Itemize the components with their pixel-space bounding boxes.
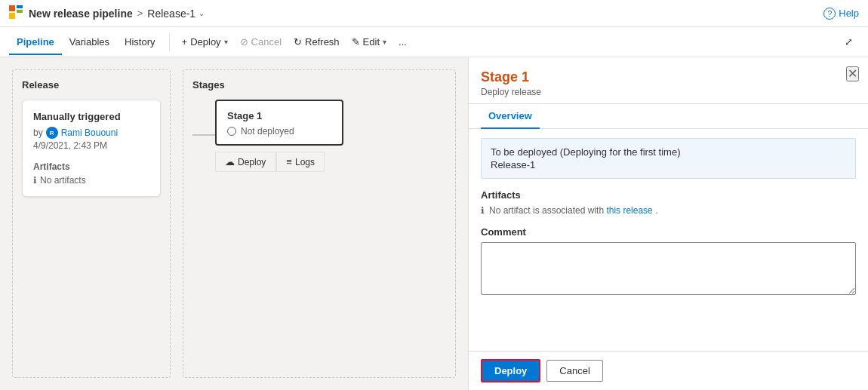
deploy-button[interactable]: + Deploy ▾ — [176, 32, 234, 52]
release-card: Manually triggered by R Rami Bououni 4/9… — [22, 100, 161, 197]
left-panel: Release Manually triggered by R Rami Bou… — [0, 57, 468, 390]
footer-deploy-button[interactable]: Deploy — [481, 359, 540, 382]
right-panel-footer: Deploy Cancel — [469, 351, 868, 390]
tab-pipeline[interactable]: Pipeline — [9, 30, 62, 55]
artifacts-info-icon: ℹ — [481, 205, 485, 216]
top-bar: New release pipeline > Release-1 ⌄ ? Hel… — [0, 0, 868, 27]
release-card-no-artifacts: ℹ No artifacts — [33, 175, 149, 186]
right-panel-body: To be deployed (Deploying for the first … — [469, 129, 868, 351]
release-card-artifacts-label: Artifacts ℹ No artifacts — [33, 161, 149, 186]
deploy-chevron-icon: ▾ — [224, 38, 228, 46]
author-avatar: R — [46, 127, 58, 139]
release-card-author: by R Rami Bououni — [33, 127, 149, 139]
release-section-title: Release — [22, 79, 161, 91]
refresh-button[interactable]: ↻ Refresh — [288, 32, 346, 52]
edit-icon: ✎ — [352, 36, 360, 48]
tab-variables[interactable]: Variables — [62, 30, 117, 55]
edit-button[interactable]: ✎ Edit ▾ — [346, 32, 392, 52]
footer-cancel-button[interactable]: Cancel — [546, 360, 602, 382]
deploy-info-box: To be deployed (Deploying for the first … — [481, 138, 856, 179]
comment-input[interactable] — [481, 242, 856, 295]
stages-section: Stages Stage 1 Not deployed — [183, 69, 456, 378]
svg-rect-3 — [9, 13, 15, 19]
help-icon: ? — [823, 8, 836, 20]
stage-status: Not deployed — [227, 126, 331, 137]
release-section: Release Manually triggered by R Rami Bou… — [12, 69, 171, 378]
stage-logs-button[interactable]: ≡ Logs — [276, 152, 325, 172]
right-panel-header: Stage 1 Deploy release ✕ — [469, 57, 868, 104]
comment-label: Comment — [481, 226, 856, 238]
svg-rect-2 — [17, 10, 23, 13]
app-logo — [9, 5, 23, 21]
expand-button[interactable]: ⤢ — [839, 32, 859, 52]
stage-card: Stage 1 Not deployed — [215, 100, 343, 146]
pipeline-title: New release pipeline — [29, 8, 133, 20]
help-link[interactable]: ? Help — [823, 8, 859, 20]
stages-wrapper: Stage 1 Not deployed ☁ Deploy ≡ — [192, 100, 446, 172]
connector-line — [192, 134, 215, 136]
stage-area: Stage 1 Not deployed ☁ Deploy ≡ — [215, 100, 343, 172]
toolbar: Pipeline Variables History + Deploy ▾ ⊘ … — [0, 27, 868, 57]
release-name[interactable]: Release-1 ⌄ — [147, 8, 205, 20]
deploy-info-sub: Release-1 — [491, 159, 846, 170]
artifacts-release-link[interactable]: this release — [606, 205, 652, 216]
comment-section: Comment — [481, 226, 856, 297]
right-panel-title-group: Stage 1 Deploy release — [481, 69, 541, 97]
stages-section-title: Stages — [192, 79, 446, 91]
connector — [192, 100, 215, 136]
tab-history[interactable]: History — [117, 30, 162, 55]
more-button[interactable]: ... — [392, 32, 413, 52]
info-icon: ℹ — [33, 175, 37, 186]
close-button[interactable]: ✕ — [846, 66, 859, 81]
cancel-icon: ⊘ — [240, 36, 248, 48]
plus-icon: + — [182, 36, 188, 48]
svg-rect-1 — [17, 5, 23, 8]
logs-icon: ≡ — [286, 156, 292, 167]
deploy-info-main: To be deployed (Deploying for the first … — [491, 146, 846, 158]
edit-chevron-icon: ▾ — [383, 38, 386, 46]
right-panel: Stage 1 Deploy release ✕ Overview To be … — [468, 57, 868, 390]
right-panel-title: Stage 1 — [481, 69, 541, 85]
artifacts-label: Artifacts — [481, 189, 856, 201]
artifacts-empty: ℹ No artifact is associated with this re… — [481, 205, 856, 216]
svg-rect-0 — [9, 5, 15, 11]
refresh-icon: ↻ — [294, 36, 302, 48]
cancel-button[interactable]: ⊘ Cancel — [234, 32, 288, 52]
right-panel-subtitle: Deploy release — [481, 87, 541, 97]
artifacts-section: Artifacts ℹ No artifact is associated wi… — [481, 189, 856, 216]
tab-overview[interactable]: Overview — [481, 104, 540, 129]
cloud-icon: ☁ — [225, 156, 235, 167]
expand-icon: ⤢ — [845, 36, 853, 48]
main-content: Release Manually triggered by R Rami Bou… — [0, 57, 868, 390]
release-card-title: Manually triggered — [33, 111, 149, 122]
release-card-date: 4/9/2021, 2:43 PM — [33, 140, 149, 151]
right-panel-tabs: Overview — [469, 104, 868, 129]
stage-title: Stage 1 — [227, 110, 331, 121]
artifacts-empty-text: No artifact is associated with this rele… — [489, 205, 657, 216]
status-circle-icon — [227, 127, 236, 136]
toolbar-separator — [169, 33, 170, 51]
stage-actions: ☁ Deploy ≡ Logs — [215, 152, 343, 172]
breadcrumb-sep: > — [137, 8, 143, 19]
stage-deploy-button[interactable]: ☁ Deploy — [215, 152, 275, 172]
